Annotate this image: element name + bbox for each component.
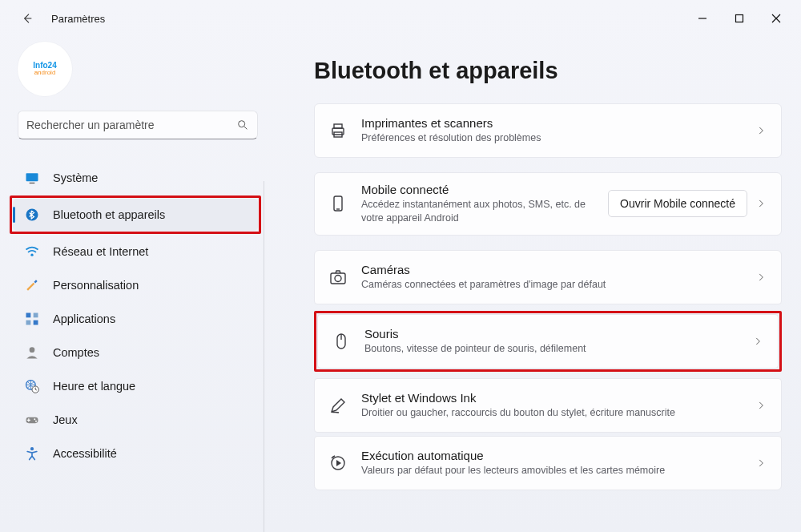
sidebar-item-apps[interactable]: Applications (13, 303, 263, 335)
svg-point-16 (30, 447, 34, 450)
sidebar-item-label: Comptes (53, 346, 99, 359)
svg-point-10 (30, 347, 35, 353)
mouse-icon (329, 329, 353, 353)
svg-point-1 (239, 121, 245, 127)
main-panel: Bluetooth et appareils Imprimantes et sc… (264, 37, 801, 532)
card-title: Stylet et Windows Ink (361, 391, 755, 405)
close-button[interactable] (758, 6, 795, 31)
page-title: Bluetooth et appareils (314, 58, 782, 84)
sidebar-nav: Système Bluetooth et appareils Réseau et… (6, 152, 264, 470)
wifi-icon (24, 244, 40, 260)
sidebar-item-label: Personnalisation (53, 279, 139, 292)
sidebar: Info24 android Système (0, 37, 264, 532)
sidebar-item-label: Réseau et Internet (53, 245, 148, 258)
chevron-right-icon (755, 272, 767, 283)
minimize-button[interactable] (684, 6, 721, 31)
svg-rect-7 (34, 313, 38, 318)
avatar-logo-text2: android (33, 70, 56, 76)
sidebar-item-bluetooth[interactable]: Bluetooth et appareils (13, 199, 258, 231)
svg-rect-20 (334, 196, 342, 211)
sidebar-item-personalization[interactable]: Personnalisation (13, 269, 263, 301)
sidebar-divider (264, 181, 264, 532)
search-icon (236, 119, 249, 131)
arrow-left-icon (21, 12, 34, 25)
sidebar-item-network[interactable]: Réseau et Internet (13, 236, 263, 268)
card-title: Exécution automatique (361, 449, 755, 462)
maximize-icon (735, 14, 744, 23)
autoplay-icon (326, 451, 350, 475)
svg-rect-3 (30, 183, 35, 183)
sidebar-item-label: Heure et langue (53, 380, 135, 393)
svg-rect-6 (26, 313, 31, 318)
sidebar-item-accounts[interactable]: Comptes (13, 337, 263, 369)
globe-clock-icon (24, 378, 40, 394)
sidebar-item-label: Applications (53, 312, 115, 325)
gamepad-icon (24, 412, 40, 428)
apps-icon (24, 311, 40, 327)
settings-card-list: Imprimantes et scanners Préférences et r… (314, 103, 782, 490)
svg-rect-2 (26, 173, 38, 181)
printer-icon (326, 119, 350, 143)
chevron-right-icon (752, 336, 763, 347)
card-mouse[interactable]: Souris Boutons, vitesse de pointeur de s… (317, 314, 779, 369)
app-title: Paramètres (51, 13, 105, 25)
accessibility-icon (24, 445, 40, 461)
svg-rect-18 (334, 124, 342, 128)
svg-point-14 (34, 418, 35, 420)
chevron-right-icon (755, 198, 767, 209)
svg-rect-8 (26, 320, 31, 325)
card-title: Imprimantes et scanners (361, 116, 755, 130)
window-controls (684, 6, 795, 31)
close-icon (771, 14, 781, 23)
card-printers[interactable]: Imprimantes et scanners Préférences et r… (314, 103, 782, 158)
card-subtitle: Préférences et résolution des problèmes (361, 131, 755, 145)
card-cameras[interactable]: Caméras Caméras connectées et paramètres… (314, 250, 782, 304)
search-box[interactable] (18, 111, 258, 139)
camera-icon (326, 265, 350, 289)
sidebar-item-label: Jeux (53, 413, 78, 426)
card-title: Souris (364, 327, 752, 341)
system-icon (24, 170, 40, 186)
card-subtitle: Boutons, vitesse de pointeur de souris, … (364, 342, 752, 356)
svg-rect-9 (34, 320, 38, 325)
sidebar-item-bluetooth-highlight: Bluetooth et appareils (10, 195, 261, 234)
sidebar-item-accessibility[interactable]: Accessibilité (13, 437, 263, 470)
paintbrush-icon (24, 277, 40, 293)
minimize-icon (698, 14, 707, 23)
chevron-right-icon (755, 400, 767, 411)
svg-rect-0 (736, 15, 743, 22)
search-input[interactable] (26, 119, 236, 131)
card-autoplay[interactable]: Exécution automatique Valeurs par défaut… (314, 436, 782, 490)
sidebar-item-games[interactable]: Jeux (13, 404, 263, 436)
user-icon (24, 345, 40, 361)
profile-avatar[interactable]: Info24 android (18, 42, 72, 96)
pen-icon (326, 393, 350, 417)
sidebar-item-system[interactable]: Système (13, 162, 263, 194)
card-subtitle: Accédez instantanément aux photos, SMS, … (361, 198, 608, 225)
phone-icon (326, 191, 350, 216)
maximize-button[interactable] (721, 6, 758, 31)
chevron-right-icon (755, 457, 767, 469)
card-title: Mobile connecté (361, 183, 608, 196)
sidebar-item-label: Accessibilité (53, 447, 117, 460)
card-subtitle: Caméras connectées et paramètres d'image… (361, 278, 755, 292)
sidebar-item-time-language[interactable]: Heure et langue (13, 370, 263, 402)
back-button[interactable] (13, 4, 42, 33)
card-subtitle: Valeurs par défaut pour les lecteurs amo… (361, 464, 755, 478)
sidebar-item-label: Bluetooth et appareils (53, 208, 165, 221)
svg-point-23 (335, 275, 341, 281)
titlebar: Paramètres (0, 0, 801, 37)
card-subtitle: Droitier ou gaucher, raccourcis du bouto… (361, 406, 755, 420)
card-title: Caméras (361, 263, 755, 276)
card-pen[interactable]: Stylet et Windows Ink Droitier ou gauche… (314, 378, 782, 433)
open-mobile-button[interactable]: Ouvrir Mobile connecté (608, 190, 747, 217)
card-mouse-highlight: Souris Boutons, vitesse de pointeur de s… (314, 311, 782, 372)
sidebar-item-label: Système (53, 171, 98, 184)
chevron-right-icon (755, 125, 767, 136)
card-mobile[interactable]: Mobile connecté Accédez instantanément a… (314, 172, 782, 236)
bluetooth-icon (24, 207, 40, 223)
svg-point-5 (30, 254, 33, 256)
svg-point-15 (35, 421, 37, 422)
